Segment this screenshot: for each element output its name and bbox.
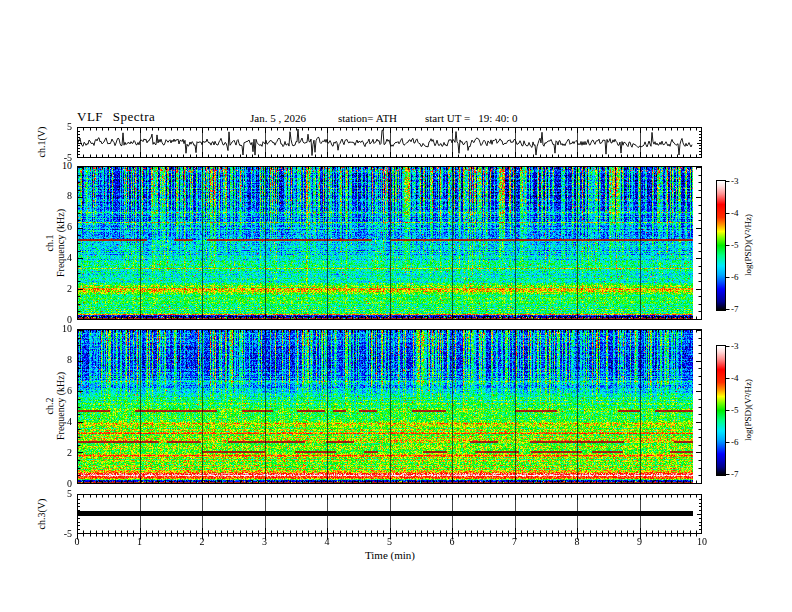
ch1-freq-tick-label: 2: [50, 284, 72, 294]
station-label: station= ATH: [338, 113, 397, 124]
ch1-volt-tick-label: 5: [50, 122, 72, 132]
ch2-spec-frequency-axis-label: Frequency (kHz): [56, 372, 66, 440]
colorbar2-tick-label: -5: [731, 406, 739, 415]
ch2-freq-tick-label: 4: [50, 417, 72, 427]
ch1-freq-tick-label: 4: [50, 253, 72, 263]
vlf-spectra-figure: VLF Spectra Jan. 5 , 2026 station= ATH s…: [0, 0, 792, 612]
time-axis-label: Time (min): [340, 550, 440, 561]
ch2-freq-tick-label: 6: [50, 386, 72, 396]
time-tick-label: 10: [690, 537, 714, 547]
colorbar-2: [716, 345, 731, 476]
ch1-spec-channel-label: ch.1: [45, 235, 55, 252]
time-tick-label: 2: [190, 537, 214, 547]
ch2-spec-channel-label: ch.2: [45, 398, 55, 415]
ch2-freq-tick-label: 10: [50, 324, 72, 334]
time-tick-label: 8: [565, 537, 589, 547]
time-tick-label: 1: [128, 537, 152, 547]
time-tick-label: 3: [253, 537, 277, 547]
time-tick-label: 5: [378, 537, 402, 547]
ch3-volt-tick-label: -5: [50, 529, 72, 539]
ch2-freq-tick-label: 0: [50, 479, 72, 489]
colorbar2-tick-label: -6: [731, 438, 739, 447]
colorbar1-tick-label: -3: [731, 177, 739, 186]
ch1-freq-tick-label: 6: [50, 222, 72, 232]
colorbar1-tick-label: -6: [731, 273, 739, 282]
colorbar-1: [716, 180, 731, 311]
ch2-spectrogram: [77, 329, 702, 484]
ch1-waveform-plot: [77, 127, 702, 158]
ch3-volt-tick-label: 5: [50, 489, 72, 499]
colorbar1-tick-label: -7: [731, 305, 739, 314]
colorbar1-tick-label: -5: [731, 241, 739, 250]
colorbar2-tick-label: -4: [731, 374, 739, 383]
ch2-freq-tick-label: 8: [50, 355, 72, 365]
ch1-spectrogram: [77, 166, 702, 320]
ch1-freq-tick-label: 8: [50, 191, 72, 201]
ch1-volt-tick-label: -5: [50, 153, 72, 163]
colorbar2-units-label: log(PSD)(V²/Hz): [744, 379, 753, 441]
ch3-waveform-plot: [77, 494, 702, 542]
colorbar2-tick-label: -7: [731, 470, 739, 479]
figure-title: VLF Spectra: [77, 110, 155, 123]
start-ut-label: start UT = 19: 40: 0: [425, 113, 517, 124]
ch1-spec-frequency-axis-label: Frequency (kHz): [56, 209, 66, 277]
colorbar1-tick-label: -4: [731, 209, 739, 218]
time-tick-label: 9: [628, 537, 652, 547]
ch1-voltage-axis-label: ch.1(V): [37, 127, 47, 158]
ch2-freq-tick-label: 2: [50, 448, 72, 458]
time-tick-label: 4: [315, 537, 339, 547]
ch3-voltage-axis-label: ch.3(V): [37, 499, 47, 530]
time-tick-label: 0: [65, 537, 89, 547]
colorbar2-tick-label: -3: [731, 342, 739, 351]
date-label: Jan. 5 , 2026: [250, 113, 306, 124]
time-tick-label: 6: [440, 537, 464, 547]
colorbar1-units-label: log(PSD)(V²/Hz): [744, 214, 753, 276]
time-tick-label: 7: [503, 537, 527, 547]
